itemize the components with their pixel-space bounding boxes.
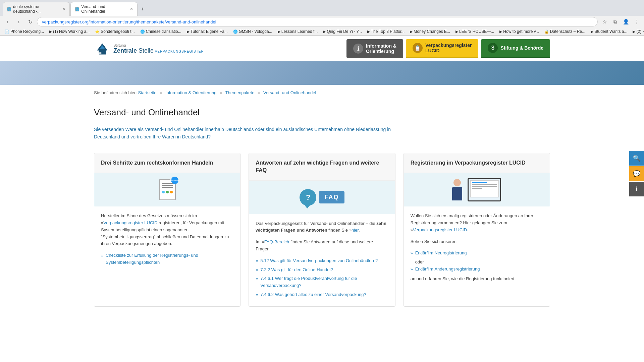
link-faq-722[interactable]: 7.2.2 Was gilt für den Online-Handel? — [256, 266, 388, 274]
card-image-2: ? FAQ — [249, 181, 395, 214]
card-header-2: Antworten auf zehn wichtige Fragen und w… — [249, 153, 395, 181]
bookmark-9[interactable]: ▶The Top 3 Platfor... — [365, 28, 407, 35]
monitor-line-blue — [472, 182, 487, 183]
menu-button[interactable]: ⋮ — [632, 17, 641, 26]
bookmark-8[interactable]: ▶Qing Fei De Yi - Y... — [321, 28, 364, 35]
nav-item-information[interactable]: ℹ Information &Orientierung — [346, 39, 403, 58]
logo-text: Stiftung Zentrale Stelle VERPACKUNGSREGI… — [113, 43, 204, 54]
site-header: ZS Stiftung Zentrale Stelle VERPACKUNGSR… — [0, 36, 644, 61]
doc-body: 3Schritte — [159, 179, 176, 200]
bookmark-5[interactable]: ▶Tutorial: Eigene Fa... — [185, 28, 230, 35]
card-title-2: Antworten auf zehn wichtige Fragen und w… — [256, 159, 388, 174]
bookmark-label-11: LEE 'S HOUSE—... — [459, 29, 494, 34]
main-content: Versand- und Onlinehandel Sie versenden … — [0, 101, 644, 320]
breadcrumb-startseite[interactable]: Startseite — [138, 90, 157, 95]
card-image-1: 3Schritte — [94, 173, 240, 206]
tab-close-2[interactable]: ✕ — [130, 7, 133, 11]
doc-dot-2 — [166, 191, 169, 193]
card-body-1: Hersteller im Sinne des Gesetzes müssen … — [94, 206, 240, 274]
card-title-3: Registrierung im Verpackungsregister LUC… — [411, 159, 543, 167]
bookmark-7[interactable]: ▶Lessons Learned f... — [276, 28, 320, 35]
person-figure — [452, 179, 462, 200]
link-erklarfilm-neu[interactable]: Erklärfilm Neuregistrierung — [411, 250, 543, 257]
tab-favicon-2: 🌐 — [75, 7, 79, 11]
document-icon: 3Schritte — [159, 179, 176, 200]
breadcrumb-information[interactable]: Information & Orientierung — [165, 90, 216, 95]
nav-item-behoerde[interactable]: $ Stiftung & Behörde — [481, 39, 550, 58]
back-button[interactable]: ‹ — [3, 17, 12, 26]
monitor-wrapper — [452, 178, 501, 201]
logo-stiftung: Stiftung — [113, 43, 204, 47]
bookmark-star-button[interactable]: ☆ — [600, 17, 609, 26]
bookmark-11[interactable]: ▶LEE 'S HOUSE—... — [453, 28, 496, 35]
link-faq-7462[interactable]: 7.4.6.2 Was gehört alles zu einer Versan… — [256, 291, 388, 298]
logo-zentrale: Zentrale — [113, 47, 137, 54]
address-bar-input[interactable] — [37, 17, 598, 26]
logo-area: ZS Stiftung Zentrale Stelle VERPACKUNGSR… — [94, 40, 204, 57]
link-faq-512[interactable]: 5.12 Was gilt für Versandverpackungen vo… — [256, 257, 388, 264]
doc-line-1 — [162, 183, 173, 184]
sidebar-chat-button[interactable]: 💬 — [629, 166, 644, 181]
bookmark-6[interactable]: 🌐GMSN - Vologda... — [231, 28, 274, 35]
breadcrumb-prefix: Sie befinden sich hier: — [94, 90, 137, 95]
link-checkliste[interactable]: Checkliste zur Erfüllung der Registrieru… — [101, 252, 233, 266]
link-faq-bereich[interactable]: FAQ-Bereich — [264, 239, 289, 244]
doc-dot-1 — [162, 191, 165, 193]
tab-favicon-1: 🌐 — [7, 7, 11, 11]
link-lucid-register[interactable]: Verpackungsregister LUCID — [103, 220, 157, 225]
link-verpackungsregister-lucid[interactable]: Verpackungsregister LUCID — [413, 227, 467, 232]
tab-label-1: duale systeme deutschland -... — [13, 4, 60, 14]
bookmark-15[interactable]: ▶(2) How To Add A... — [631, 28, 644, 35]
link-erklarfilm-aenderung[interactable]: Erklärfilm Änderungsregistrierung — [411, 266, 543, 273]
bookmark-4[interactable]: 🌐Chinese translatio... — [138, 28, 183, 35]
intro-text: Sie versenden Ware als Versand- und Onli… — [94, 126, 396, 141]
card-header-1: Drei Schritte zum rechtskonformen Handel… — [94, 153, 240, 173]
doc-lines — [162, 183, 173, 189]
link-hier[interactable]: hier — [352, 228, 359, 233]
cards-row: Drei Schritte zum rechtskonformen Handel… — [94, 153, 550, 307]
extensions-button[interactable]: ⧉ — [610, 17, 620, 26]
sidebar-search-button[interactable]: 🔍 — [629, 151, 644, 166]
card-body-text-3b: Sehen Sie sich unseren — [411, 238, 543, 245]
bookmark-icon-10: ▶ — [410, 29, 413, 34]
card-body-text-2b: Im »FAQ-Bereich finden Sie Antworten auf… — [256, 239, 388, 253]
bookmark-1[interactable]: 📄Phone Recycling... — [3, 28, 46, 35]
reload-button[interactable]: ↻ — [25, 17, 35, 26]
bookmark-label-12: How to get more v... — [503, 29, 539, 34]
tab-inactive[interactable]: 🌐 duale systeme deutschland -... ✕ — [3, 2, 70, 16]
monitor-line-1 — [472, 184, 497, 185]
bookmark-13[interactable]: 🔒Datenschutz – Re... — [542, 28, 587, 35]
page: ZS Stiftung Zentrale Stelle VERPACKUNGSR… — [0, 36, 644, 320]
card-body-text-1: Hersteller im Sinne des Gesetzes müssen … — [101, 213, 233, 247]
bookmark-label-2: (1) How Working a... — [53, 29, 90, 34]
bookmark-icon-15: ▶ — [633, 29, 635, 34]
monitor-line-2 — [472, 186, 497, 187]
monitor-line-3 — [472, 188, 482, 189]
card-drei-schritte: Drei Schritte zum rechtskonformen Handel… — [94, 153, 240, 307]
svg-text:ZS: ZS — [99, 52, 102, 54]
bookmark-icon-12: ▶ — [499, 29, 502, 34]
nav-item-lucid[interactable]: 📋 VerpackungsregisterLUCID — [406, 39, 479, 58]
forward-button[interactable]: › — [14, 17, 23, 26]
nav-menu: ℹ Information &Orientierung 📋 Verpackung… — [346, 39, 550, 58]
bookmark-icon-14: ▶ — [591, 29, 593, 34]
link-faq-7461[interactable]: 7.4.6.1 Wer trägt die Produktverantwortu… — [256, 275, 388, 289]
tab-close-1[interactable]: ✕ — [62, 7, 65, 11]
bookmark-label-3: Sonderangeboti t... — [101, 29, 135, 34]
bookmark-2[interactable]: ▶(1) How Working a... — [47, 28, 92, 35]
bookmark-12[interactable]: ▶How to get more v... — [497, 28, 541, 35]
card-body-3: Wollen Sie sich erstmalig registrieren o… — [404, 206, 550, 293]
bookmark-14[interactable]: ▶Student Wants a... — [589, 28, 629, 35]
nav-icon-lucid: 📋 — [413, 43, 423, 53]
bookmark-3[interactable]: ⭐Sonderangeboti t... — [93, 28, 137, 35]
new-tab-button[interactable]: + — [138, 5, 147, 13]
breadcrumb-themenpakete[interactable]: Themenpakete — [225, 90, 255, 95]
bookmark-label-15: (2) How To Add A... — [636, 29, 644, 34]
bookmark-label-13: Datenschutz – Re... — [550, 29, 585, 34]
oder-text: oder — [411, 259, 424, 264]
bookmark-10[interactable]: ▶Money Changes E... — [408, 28, 452, 35]
profile-button[interactable]: 👤 — [621, 17, 631, 26]
monitor-icon — [468, 178, 501, 201]
sidebar-info-button[interactable]: ℹ — [629, 182, 644, 196]
tab-active[interactable]: 🌐 Versand- und Onlinehandel ✕ — [70, 2, 138, 16]
